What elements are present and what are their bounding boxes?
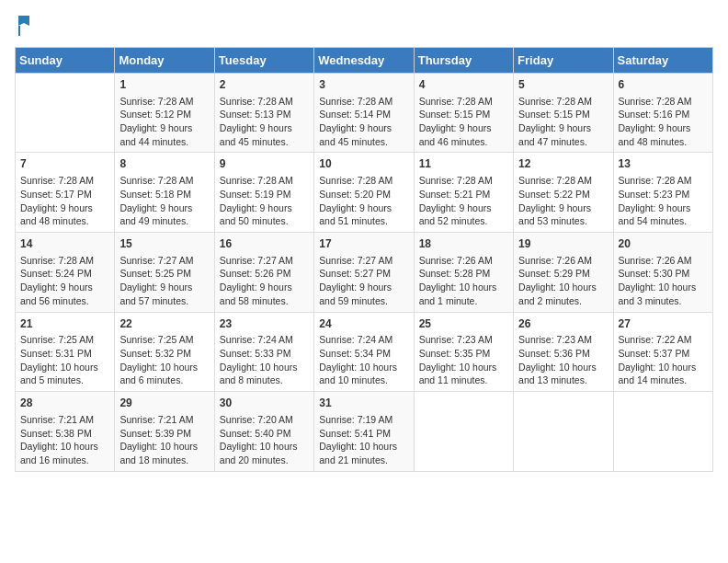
cell-text: Sunrise: 7:23 AM — [518, 333, 608, 347]
cell-text: Sunset: 5:13 PM — [220, 108, 309, 121]
cell-text: and 57 minutes. — [119, 294, 209, 308]
cell-text: and 58 minutes. — [220, 294, 309, 308]
cell-text: Sunset: 5:32 PM — [119, 347, 209, 361]
cell-text: and 6 minutes. — [119, 373, 209, 387]
calendar-cell — [514, 392, 613, 472]
cell-text: Daylight: 10 hours — [619, 281, 708, 294]
cell-text: Daylight: 9 hours — [220, 201, 309, 215]
cell-text: and 1 minute. — [419, 294, 508, 308]
calendar-cell: 25Sunrise: 7:23 AMSunset: 5:35 PMDayligh… — [414, 312, 513, 392]
cell-text: and 46 minutes. — [419, 135, 508, 149]
cell-text: Sunrise: 7:28 AM — [518, 174, 608, 188]
cell-text: Daylight: 10 hours — [20, 440, 109, 454]
calendar-cell: 4Sunrise: 7:28 AMSunset: 5:15 PMDaylight… — [414, 73, 513, 153]
calendar-cell: 27Sunrise: 7:22 AMSunset: 5:37 PMDayligh… — [613, 312, 712, 392]
cell-text: Sunrise: 7:22 AM — [619, 333, 708, 347]
calendar-cell: 28Sunrise: 7:21 AMSunset: 5:38 PMDayligh… — [16, 392, 115, 472]
cell-text: and 45 minutes. — [220, 135, 309, 149]
cell-text: Sunset: 5:40 PM — [220, 427, 309, 441]
calendar-cell: 31Sunrise: 7:19 AMSunset: 5:41 PMDayligh… — [314, 392, 414, 472]
day-number: 24 — [319, 316, 408, 332]
calendar-cell: 10Sunrise: 7:28 AMSunset: 5:20 PMDayligh… — [314, 153, 414, 233]
calendar-cell — [16, 73, 115, 153]
cell-text: Daylight: 9 hours — [619, 201, 708, 215]
cell-text: Sunrise: 7:25 AM — [119, 333, 209, 347]
day-number: 18 — [419, 236, 508, 252]
cell-text: Sunrise: 7:28 AM — [518, 95, 608, 109]
cell-text: Sunrise: 7:26 AM — [518, 254, 608, 268]
cell-text: Daylight: 9 hours — [518, 201, 608, 215]
cell-text: Daylight: 10 hours — [319, 440, 408, 454]
cell-text: Sunset: 5:12 PM — [119, 108, 209, 121]
svg-marker-0 — [18, 16, 29, 26]
cell-text: and 11 minutes. — [419, 373, 508, 387]
cell-text: Sunset: 5:26 PM — [220, 267, 309, 281]
cell-text: Sunset: 5:37 PM — [619, 347, 708, 361]
cell-text: Sunset: 5:25 PM — [119, 267, 209, 281]
cell-text: Sunrise: 7:26 AM — [419, 254, 508, 268]
cell-text: and 53 minutes. — [518, 214, 608, 228]
day-number: 12 — [518, 156, 608, 172]
cell-text: Sunset: 5:14 PM — [319, 108, 408, 121]
cell-text: Sunrise: 7:28 AM — [619, 174, 708, 188]
cell-text: Daylight: 10 hours — [220, 440, 309, 454]
calendar-cell: 18Sunrise: 7:26 AMSunset: 5:28 PMDayligh… — [414, 232, 513, 312]
cell-text: and 3 minutes. — [619, 294, 708, 308]
day-number: 29 — [119, 396, 209, 411]
cell-text: Sunset: 5:34 PM — [319, 347, 408, 361]
cell-text: and 48 minutes. — [619, 135, 708, 149]
cell-text: Daylight: 9 hours — [319, 121, 408, 135]
cell-text: Daylight: 9 hours — [119, 281, 209, 294]
cell-text: and 14 minutes. — [619, 373, 708, 387]
day-number: 25 — [419, 316, 508, 332]
cell-text: Sunset: 5:29 PM — [518, 267, 608, 281]
cell-text: Sunset: 5:15 PM — [518, 108, 608, 121]
cell-text: and 51 minutes. — [319, 214, 408, 228]
cell-text: Daylight: 9 hours — [220, 121, 309, 135]
calendar-cell: 13Sunrise: 7:28 AMSunset: 5:23 PMDayligh… — [613, 153, 712, 233]
day-number: 16 — [220, 236, 309, 252]
header-saturday: Saturday — [613, 47, 712, 73]
cell-text: Daylight: 9 hours — [20, 281, 109, 294]
calendar-cell: 20Sunrise: 7:26 AMSunset: 5:30 PMDayligh… — [613, 232, 712, 312]
cell-text: and 56 minutes. — [20, 294, 109, 308]
cell-text: and 21 minutes. — [319, 454, 408, 467]
day-number: 7 — [20, 156, 109, 172]
day-number: 10 — [319, 156, 408, 172]
cell-text: Daylight: 9 hours — [419, 121, 508, 135]
calendar-row: 7Sunrise: 7:28 AMSunset: 5:17 PMDaylight… — [16, 153, 713, 233]
cell-text: Daylight: 10 hours — [20, 361, 109, 374]
cell-text: and 5 minutes. — [20, 373, 109, 387]
cell-text: Sunrise: 7:28 AM — [220, 174, 309, 188]
cell-text: Sunrise: 7:21 AM — [119, 413, 209, 427]
calendar-cell: 2Sunrise: 7:28 AMSunset: 5:13 PMDaylight… — [214, 73, 313, 153]
calendar-table: Sunday Monday Tuesday Wednesday Thursday… — [15, 47, 713, 472]
header-monday: Monday — [115, 47, 214, 73]
cell-text: Daylight: 10 hours — [518, 361, 608, 374]
cell-text: and 8 minutes. — [220, 373, 309, 387]
header-tuesday: Tuesday — [214, 47, 313, 73]
day-number: 23 — [220, 316, 309, 332]
cell-text: and 2 minutes. — [518, 294, 608, 308]
cell-text: Sunrise: 7:28 AM — [619, 95, 708, 109]
calendar-header-row: Sunday Monday Tuesday Wednesday Thursday… — [16, 47, 713, 73]
cell-text: and 16 minutes. — [20, 454, 109, 467]
cell-text: Sunrise: 7:28 AM — [119, 95, 209, 109]
cell-text: Daylight: 10 hours — [419, 281, 508, 294]
day-number: 1 — [119, 77, 209, 93]
day-number: 8 — [119, 156, 209, 172]
cell-text: Sunrise: 7:19 AM — [319, 413, 408, 427]
cell-text: Daylight: 10 hours — [319, 361, 408, 374]
cell-text: Daylight: 10 hours — [220, 361, 309, 374]
cell-text: Sunset: 5:39 PM — [119, 427, 209, 441]
calendar-cell: 14Sunrise: 7:28 AMSunset: 5:24 PMDayligh… — [16, 232, 115, 312]
header — [15, 15, 713, 40]
cell-text: Sunset: 5:31 PM — [20, 347, 109, 361]
cell-text: Sunrise: 7:27 AM — [220, 254, 309, 268]
header-wednesday: Wednesday — [314, 47, 414, 73]
cell-text: Daylight: 9 hours — [119, 121, 209, 135]
cell-text: and 50 minutes. — [220, 214, 309, 228]
calendar-cell: 15Sunrise: 7:27 AMSunset: 5:25 PMDayligh… — [115, 232, 214, 312]
cell-text: Sunrise: 7:23 AM — [419, 333, 508, 347]
calendar-cell: 8Sunrise: 7:28 AMSunset: 5:18 PMDaylight… — [115, 153, 214, 233]
